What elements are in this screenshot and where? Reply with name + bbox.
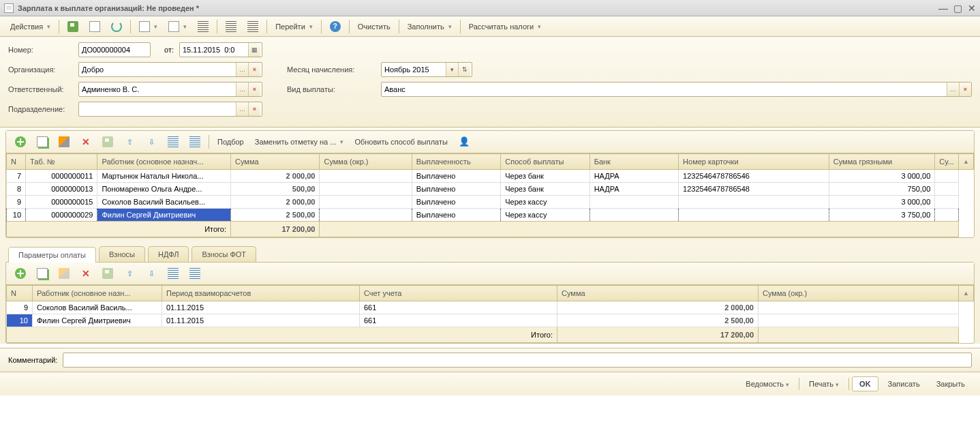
col-emp[interactable]: Работник (основное назнач...: [97, 154, 231, 170]
actions-menu[interactable]: Действия: [5, 20, 55, 33]
add-button[interactable]: [10, 265, 31, 282]
move-up-button[interactable]: ⇧: [119, 265, 140, 282]
dept-input[interactable]: [79, 102, 236, 116]
col-card[interactable]: Номер карточки: [679, 154, 829, 170]
select-icon[interactable]: …: [236, 83, 248, 96]
payment-params-table[interactable]: N Работник (основное назн... Период взаи…: [6, 285, 974, 343]
col-method[interactable]: Способ выплаты: [501, 154, 589, 170]
clear-icon[interactable]: ×: [248, 102, 260, 116]
calc-menu[interactable]: Рассчитать налоги: [464, 20, 546, 33]
delete-button[interactable]: ✕: [76, 134, 96, 150]
paytype-input[interactable]: [382, 83, 947, 96]
struct-button[interactable]: [193, 18, 213, 35]
table-row[interactable]: 90000000015Соколов Василий Васильев...2 …: [7, 196, 974, 209]
fill-menu[interactable]: Заполнить: [403, 20, 457, 33]
move-down-button[interactable]: ⇩: [141, 134, 162, 150]
fill-icon-button[interactable]: [164, 18, 192, 35]
comment-input[interactable]: [63, 353, 972, 368]
scrollbar[interactable]: ▲: [958, 154, 973, 170]
clear-button[interactable]: Очистить: [353, 20, 395, 33]
podbor-button[interactable]: Подбор: [213, 135, 249, 149]
close-button[interactable]: ✕: [968, 3, 976, 14]
sort-desc-button[interactable]: [185, 134, 205, 150]
table-row[interactable]: 70000000011Мартынюк Наталья Никола...2 0…: [7, 170, 974, 183]
main-toolbar: Действия Перейти ? Очистить Заполнить Ра…: [0, 16, 980, 37]
paytype-label: Вид выплаты:: [287, 85, 376, 93]
tree-button[interactable]: [243, 18, 263, 35]
employees-table[interactable]: N Таб. № Работник (основное назнач... Су…: [6, 153, 974, 237]
table-row[interactable]: 100000000029Филин Сергей Дмитриевич2 500…: [7, 209, 974, 222]
replace-mark-button[interactable]: Заменить отметку на ...: [250, 135, 349, 149]
copy-button[interactable]: [32, 265, 52, 282]
month-updown-icon[interactable]: ⇅: [458, 63, 470, 76]
table-row[interactable]: 10Филин Сергей Дмитриевич01.11.20156612 …: [7, 314, 974, 327]
tab-payment-params[interactable]: Параметры оплаты: [8, 247, 96, 263]
minimize-button[interactable]: —: [938, 3, 948, 14]
org-label: Организация:: [8, 65, 73, 74]
unpost-button[interactable]: [106, 18, 127, 35]
update-method-button[interactable]: Обновить способ выплаты: [350, 135, 452, 149]
goto-menu[interactable]: Перейти: [271, 20, 318, 33]
add-button[interactable]: [10, 134, 31, 150]
edit-button[interactable]: [54, 265, 74, 282]
col-acct[interactable]: Счет учета: [360, 286, 557, 301]
basis-button[interactable]: [134, 18, 162, 35]
select-icon[interactable]: …: [236, 102, 248, 116]
month-input[interactable]: [382, 63, 446, 76]
tab-ndfl[interactable]: НДФЛ: [148, 246, 189, 262]
col-n[interactable]: N: [7, 286, 33, 301]
table-row[interactable]: 9Соколов Василий Василь...01.11.20156612…: [7, 301, 974, 314]
select-icon[interactable]: …: [236, 63, 248, 76]
edit-button[interactable]: [54, 134, 74, 150]
save-line-button[interactable]: [97, 265, 118, 282]
help-button[interactable]: ?: [325, 18, 346, 35]
sort-desc-button[interactable]: [185, 265, 205, 282]
move-up-button[interactable]: ⇧: [119, 134, 140, 150]
col-sumokr[interactable]: Сумма (окр.): [759, 286, 959, 301]
table-row[interactable]: 80000000013Пономаренко Ольга Андре...500…: [7, 183, 974, 196]
save-record-button[interactable]: Записать: [881, 377, 927, 391]
resp-input[interactable]: [79, 83, 236, 96]
sort-asc-button[interactable]: [163, 265, 183, 282]
sort-asc-button[interactable]: [163, 134, 183, 150]
clear-icon[interactable]: ×: [248, 83, 260, 96]
save-button[interactable]: [63, 18, 83, 35]
col-dirty[interactable]: Сумма грязными: [829, 154, 934, 170]
post-button[interactable]: [85, 18, 105, 35]
up-icon: ⇧: [124, 136, 135, 147]
col-emp[interactable]: Работник (основное назн...: [33, 286, 162, 301]
clear-icon[interactable]: ×: [248, 63, 260, 76]
col-tab[interactable]: Таб. №: [26, 154, 97, 170]
tab-fot[interactable]: Взносы ФОТ: [192, 246, 256, 262]
col-bank[interactable]: Банк: [589, 154, 678, 170]
tab-contributions[interactable]: Взносы: [99, 246, 145, 262]
vedomost-button[interactable]: Ведомость: [739, 377, 796, 391]
select-icon[interactable]: …: [947, 83, 959, 96]
col-sum[interactable]: Сумма: [231, 154, 320, 170]
col-sumokr[interactable]: Сумма (окр.): [320, 154, 412, 170]
month-down-icon[interactable]: ▾: [446, 63, 458, 76]
close-window-button[interactable]: Закрыть: [930, 377, 972, 391]
org-input[interactable]: [79, 63, 236, 76]
clear-icon[interactable]: ×: [959, 83, 971, 96]
col-last[interactable]: Су...: [935, 154, 959, 170]
person-icon: 👤: [459, 136, 470, 147]
calendar-icon[interactable]: ▦: [248, 43, 260, 57]
date-input[interactable]: [180, 43, 248, 57]
refresh-icon: [111, 21, 122, 32]
ok-button[interactable]: OK: [852, 376, 878, 391]
scrollbar[interactable]: ▲: [959, 286, 974, 301]
delete-button[interactable]: ✕: [76, 265, 96, 282]
save-line-button[interactable]: [97, 134, 118, 150]
col-period[interactable]: Период взаиморасчетов: [162, 286, 360, 301]
sort-desc-icon: [189, 268, 200, 279]
move-down-button[interactable]: ⇩: [141, 265, 162, 282]
col-sum[interactable]: Сумма: [557, 286, 759, 301]
person-button[interactable]: 👤: [454, 134, 474, 150]
col-n[interactable]: N: [7, 154, 26, 170]
col-paid[interactable]: Выплаченность: [412, 154, 500, 170]
copy-button[interactable]: [32, 134, 52, 150]
maximize-button[interactable]: ▢: [953, 3, 962, 14]
print-button[interactable]: Печать: [802, 377, 846, 391]
list-button[interactable]: [221, 18, 241, 35]
